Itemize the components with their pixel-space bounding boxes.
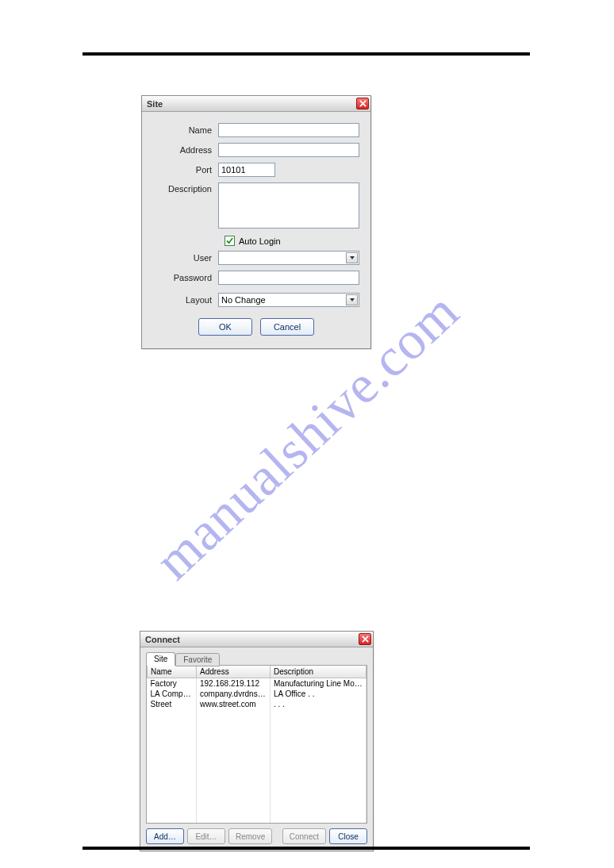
name-field[interactable] (218, 123, 359, 137)
connect-titlebar[interactable]: Connect (140, 632, 373, 647)
ok-button[interactable]: OK (198, 318, 252, 336)
site-dialog: Site Name Address Port Description (141, 95, 371, 349)
site-title: Site (147, 99, 163, 109)
table-row (148, 740, 366, 751)
cell-description: . . . (271, 699, 366, 709)
add-button[interactable]: Add… (146, 828, 184, 844)
password-label: Password (153, 273, 218, 282)
tab-site[interactable]: Site (146, 652, 175, 666)
table-row (148, 771, 366, 782)
col-address[interactable]: Address (197, 666, 271, 678)
cell-address: 192.168.219.112 (197, 678, 271, 689)
table-row (148, 709, 366, 720)
address-field[interactable] (218, 143, 359, 157)
cell-name: Factory (148, 678, 197, 689)
connect-dialog: Connect Site Favorite Name Address (140, 631, 374, 851)
close-icon[interactable] (359, 633, 371, 645)
cell-description: Manufacturing Line Monitoring (271, 678, 366, 689)
password-field[interactable] (218, 271, 359, 285)
address-label: Address (153, 145, 218, 155)
user-combo[interactable] (218, 251, 359, 265)
table-row[interactable]: Factory192.168.219.112Manufacturing Line… (148, 678, 366, 689)
table-row (148, 720, 366, 730)
edit-button[interactable]: Edit… (187, 828, 225, 844)
table-row (148, 782, 366, 792)
table-row (148, 802, 366, 812)
table-row (148, 761, 366, 771)
table-row[interactable]: Streetwww.street.com. . . (148, 699, 366, 709)
table-row (148, 730, 366, 740)
connect-title: Connect (145, 635, 180, 644)
page-bottom-rule (83, 847, 530, 850)
layout-combo[interactable]: No Change (218, 293, 359, 307)
table-row[interactable]: LA Companycompany.dvrdns.orgLA Office . … (148, 689, 366, 699)
cell-name: LA Company (148, 689, 197, 699)
chevron-down-icon[interactable] (346, 294, 358, 305)
chevron-down-icon[interactable] (346, 252, 358, 263)
page-top-rule (83, 52, 530, 56)
cell-address: www.street.com (197, 699, 271, 709)
close-icon[interactable] (356, 98, 369, 109)
table-row (148, 792, 366, 802)
close-button[interactable]: Close (329, 828, 367, 844)
auto-login-label: Auto Login (239, 236, 281, 246)
col-name[interactable]: Name (148, 666, 197, 678)
layout-combo-value: No Change (221, 295, 266, 305)
cancel-button[interactable]: Cancel (260, 318, 314, 336)
port-field[interactable] (218, 163, 275, 177)
cell-description: LA Office . . (271, 689, 366, 699)
description-label: Description (153, 182, 218, 194)
table-row (148, 812, 366, 823)
col-description[interactable]: Description (271, 666, 366, 678)
description-field[interactable] (218, 182, 359, 229)
layout-label: Layout (153, 295, 218, 305)
cell-name: Street (148, 699, 197, 709)
remove-button[interactable]: Remove (228, 828, 272, 844)
tab-favorite[interactable]: Favorite (175, 653, 220, 666)
cell-address: company.dvrdns.org (197, 689, 271, 699)
site-list[interactable]: Name Address Description Factory192.168.… (146, 665, 367, 824)
name-label: Name (153, 125, 218, 135)
connect-button[interactable]: Connect (282, 828, 326, 844)
table-row (148, 751, 366, 761)
user-label: User (153, 253, 218, 263)
site-titlebar[interactable]: Site (142, 96, 370, 112)
auto-login-checkbox[interactable] (224, 236, 235, 246)
port-label: Port (153, 165, 218, 175)
